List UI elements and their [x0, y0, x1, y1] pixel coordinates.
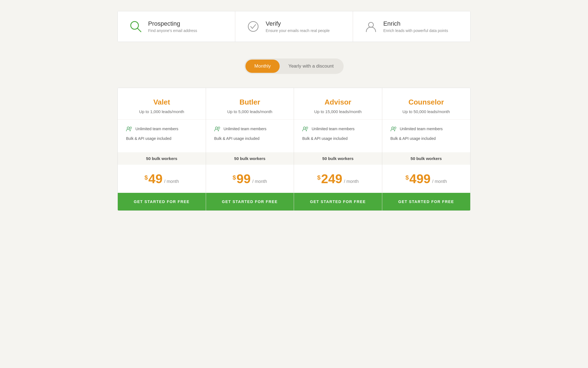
pricing-card-advisor: Advisor Up to 15,000 leads/month Unlimit…: [294, 88, 382, 210]
valet-currency: $: [145, 174, 148, 181]
valet-team-label: Unlimited team members: [135, 127, 178, 131]
butler-header: Butler Up to 5,000 leads/month: [206, 88, 294, 120]
valet-api-label: Bulk & API usage included: [126, 136, 171, 141]
svg-point-7: [218, 127, 220, 129]
prospecting-title: Prospecting: [148, 20, 197, 27]
advisor-bulk-workers: 50 bulk workers: [294, 152, 382, 165]
butler-price: $ 99 / month: [206, 165, 294, 193]
counselor-period: / month: [432, 179, 447, 184]
butler-bulk-workers: 50 bulk workers: [206, 152, 294, 165]
feature-tabs: Prospecting Find anyone's email address …: [117, 11, 471, 42]
counselor-description: Up to 50,000 leads/month: [391, 109, 462, 114]
butler-amount: 99: [237, 172, 251, 185]
pricing-card-counselor: Counselor Up to 50,000 leads/month Unlim…: [382, 88, 471, 210]
counselor-cta-button[interactable]: GET STARTED FOR FREE: [382, 193, 471, 210]
valet-api: Bulk & API usage included: [126, 136, 197, 141]
billing-toggle-wrapper: Monthly Yearly with a discount: [117, 58, 471, 74]
counselor-header: Counselor Up to 50,000 leads/month: [382, 88, 471, 120]
counselor-features: Unlimited team members Bulk & API usage …: [382, 120, 471, 152]
team-icon: [214, 126, 220, 131]
advisor-cta-button[interactable]: GET STARTED FOR FREE: [294, 193, 382, 210]
advisor-plan-name: Advisor: [302, 98, 374, 106]
butler-plan-name: Butler: [214, 98, 286, 106]
valet-bulk-workers: 50 bulk workers: [118, 152, 206, 165]
butler-api-label: Bulk & API usage included: [214, 136, 260, 141]
butler-description: Up to 5,000 leads/month: [214, 109, 286, 114]
counselor-amount: 499: [409, 172, 431, 185]
billing-toggle[interactable]: Monthly Yearly with a discount: [244, 58, 343, 74]
advisor-currency: $: [317, 174, 320, 181]
verify-title: Verify: [266, 20, 330, 27]
feature-tab-verify[interactable]: Verify Ensure your emails reach real peo…: [235, 11, 353, 42]
valet-period: / month: [164, 179, 179, 184]
butler-api: Bulk & API usage included: [214, 136, 286, 141]
counselor-currency: $: [405, 174, 409, 181]
valet-header: Valet Up to 1,000 leads/month: [118, 88, 206, 120]
counselor-api: Bulk & API usage included: [391, 136, 462, 141]
pricing-card-butler: Butler Up to 5,000 leads/month Unlimited…: [206, 88, 294, 210]
butler-period: / month: [252, 179, 267, 184]
svg-point-6: [215, 127, 218, 129]
svg-point-5: [130, 127, 132, 129]
butler-team-label: Unlimited team members: [224, 127, 267, 131]
svg-line-1: [137, 28, 141, 32]
yearly-toggle[interactable]: Yearly with a discount: [280, 60, 343, 73]
enrich-text: Enrich Enrich leads with powerful data p…: [383, 20, 448, 33]
svg-point-8: [303, 127, 306, 129]
team-icon: [391, 126, 397, 131]
prospecting-description: Find anyone's email address: [148, 28, 197, 33]
advisor-team-members: Unlimited team members: [302, 126, 374, 131]
counselor-team-label: Unlimited team members: [400, 127, 443, 131]
counselor-price: $ 499 / month: [382, 165, 471, 193]
person-icon: [364, 20, 378, 33]
prospecting-text: Prospecting Find anyone's email address: [148, 20, 197, 33]
advisor-api-label: Bulk & API usage included: [302, 136, 348, 141]
search-icon: [129, 20, 143, 33]
advisor-header: Advisor Up to 15,000 leads/month: [294, 88, 382, 120]
valet-description: Up to 1,000 leads/month: [126, 109, 197, 114]
team-icon: [126, 126, 132, 131]
valet-amount: 49: [148, 172, 162, 185]
advisor-features: Unlimited team members Bulk & API usage …: [294, 120, 382, 152]
counselor-team-members: Unlimited team members: [391, 126, 462, 131]
advisor-description: Up to 15,000 leads/month: [302, 109, 374, 114]
verify-text: Verify Ensure your emails reach real peo…: [266, 20, 330, 33]
verify-description: Ensure your emails reach real people: [266, 28, 330, 33]
butler-features: Unlimited team members Bulk & API usage …: [206, 120, 294, 152]
valet-price-display: $ 49 / month: [126, 172, 197, 185]
pricing-grid: Valet Up to 1,000 leads/month Unlimited …: [117, 88, 471, 211]
counselor-price-display: $ 499 / month: [391, 172, 462, 185]
advisor-amount: 249: [321, 172, 342, 185]
pricing-card-valet: Valet Up to 1,000 leads/month Unlimited …: [118, 88, 206, 210]
svg-point-2: [248, 22, 258, 31]
valet-plan-name: Valet: [126, 98, 197, 106]
feature-tab-prospecting[interactable]: Prospecting Find anyone's email address: [118, 11, 235, 42]
enrich-title: Enrich: [383, 20, 448, 27]
enrich-description: Enrich leads with powerful data points: [383, 28, 448, 33]
feature-tab-enrich[interactable]: Enrich Enrich leads with powerful data p…: [353, 11, 470, 42]
advisor-api: Bulk & API usage included: [302, 136, 374, 141]
verify-icon: [246, 20, 260, 33]
valet-team-members: Unlimited team members: [126, 126, 197, 131]
valet-features: Unlimited team members Bulk & API usage …: [118, 120, 206, 152]
monthly-toggle[interactable]: Monthly: [245, 60, 280, 73]
butler-team-members: Unlimited team members: [214, 126, 286, 131]
svg-point-9: [306, 127, 308, 129]
advisor-price-display: $ 249 / month: [302, 172, 374, 185]
svg-point-4: [127, 127, 129, 129]
butler-price-display: $ 99 / month: [214, 172, 286, 185]
svg-point-3: [368, 22, 373, 27]
counselor-api-label: Bulk & API usage included: [391, 136, 436, 141]
svg-point-11: [394, 127, 396, 129]
valet-cta-button[interactable]: GET STARTED FOR FREE: [118, 193, 206, 210]
advisor-team-label: Unlimited team members: [312, 127, 355, 131]
butler-cta-button[interactable]: GET STARTED FOR FREE: [206, 193, 294, 210]
counselor-bulk-workers: 50 bulk workers: [382, 152, 471, 165]
butler-currency: $: [232, 174, 236, 181]
advisor-price: $ 249 / month: [294, 165, 382, 193]
advisor-period: / month: [344, 179, 359, 184]
team-icon: [302, 126, 308, 131]
counselor-plan-name: Counselor: [391, 98, 462, 106]
valet-price: $ 49 / month: [118, 165, 206, 193]
svg-point-10: [392, 127, 394, 129]
